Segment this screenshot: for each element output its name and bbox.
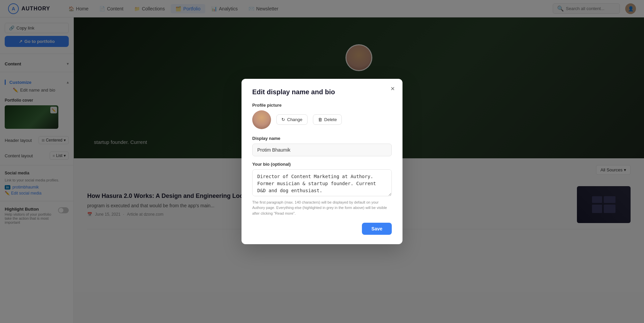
modal-avatar <box>252 110 271 129</box>
edit-display-name-bio-modal: Edit display name and bio ✕ Profile pict… <box>241 79 402 245</box>
display-name-label: Display name <box>252 136 392 141</box>
bio-label: Your bio (optional) <box>252 162 392 167</box>
modal-overlay[interactable]: Edit display name and bio ✕ Profile pict… <box>0 0 644 323</box>
save-button[interactable]: Save <box>362 223 392 235</box>
profile-picture-label: Profile picture <box>252 103 392 108</box>
change-icon: ↻ <box>281 117 285 122</box>
bio-hint: The first paragraph (max. 140 characters… <box>252 200 392 216</box>
change-picture-button[interactable]: ↻ Change <box>276 114 308 125</box>
profile-picture-row: ↻ Change 🗑 Delete <box>252 110 392 129</box>
trash-icon: 🗑 <box>318 117 322 122</box>
display-name-input[interactable] <box>252 144 392 156</box>
modal-close-button[interactable]: ✕ <box>388 84 397 94</box>
delete-picture-button[interactable]: 🗑 Delete <box>313 114 342 125</box>
modal-title: Edit display name and bio <box>252 88 392 96</box>
modal-avatar-face <box>252 110 271 129</box>
bio-textarea[interactable]: Director of Content Marketing at Authory… <box>252 169 392 196</box>
